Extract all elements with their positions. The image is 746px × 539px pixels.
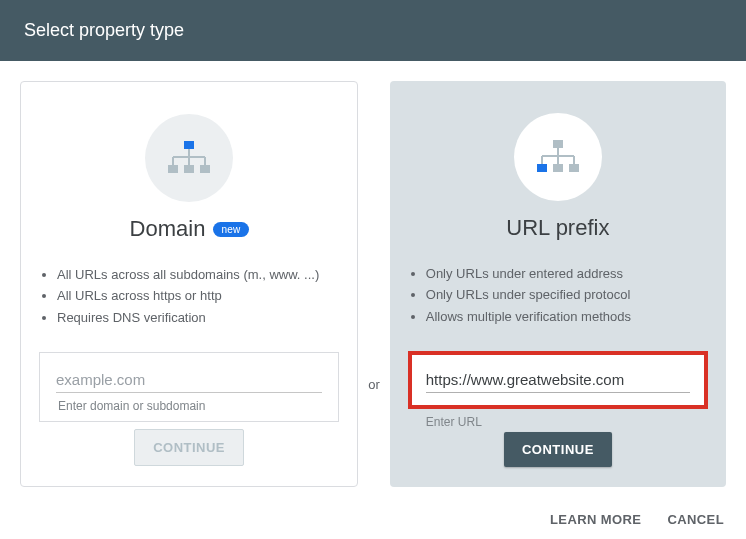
domain-bullet: All URLs across all subdomains (m., www.…	[57, 264, 319, 285]
learn-more-link[interactable]: LEARN MORE	[550, 512, 641, 527]
url-input-wrap: Enter URL	[408, 351, 708, 429]
svg-rect-9	[553, 140, 563, 148]
svg-rect-16	[553, 164, 563, 172]
svg-rect-8	[200, 165, 210, 173]
url-continue-button[interactable]: CONTINUE	[504, 432, 612, 467]
domain-title: Domain	[130, 216, 206, 242]
dialog-footer: LEARN MORE CANCEL	[528, 500, 746, 539]
url-input-box-highlight	[408, 351, 708, 409]
url-title-row: URL prefix	[506, 215, 609, 241]
url-bullet: Allows multiple verification methods	[426, 306, 631, 327]
dialog-title: Select property type	[24, 20, 184, 40]
domain-input[interactable]	[56, 367, 322, 393]
domain-input-box: Enter domain or subdomain	[39, 352, 339, 422]
svg-rect-7	[184, 165, 194, 173]
dialog-header: Select property type	[0, 0, 746, 61]
cancel-button[interactable]: CANCEL	[667, 512, 724, 527]
domain-continue-button[interactable]: CONTINUE	[134, 429, 244, 466]
svg-rect-6	[168, 165, 178, 173]
url-input[interactable]	[426, 367, 690, 393]
domain-icon-circle	[145, 114, 233, 202]
url-bullet: Only URLs under specified protocol	[426, 284, 631, 305]
url-bullets: Only URLs under entered address Only URL…	[408, 263, 631, 327]
domain-bullet: Requires DNS verification	[57, 307, 319, 328]
domain-input-helper: Enter domain or subdomain	[56, 399, 322, 413]
domain-bullet: All URLs across https or http	[57, 285, 319, 306]
domain-bullets: All URLs across all subdomains (m., www.…	[39, 264, 319, 328]
url-icon-circle	[514, 113, 602, 201]
sitemap-icon	[165, 139, 213, 177]
domain-card[interactable]: Domain new All URLs across all subdomain…	[20, 81, 358, 487]
svg-rect-0	[184, 141, 194, 149]
url-title: URL prefix	[506, 215, 609, 241]
url-input-helper: Enter URL	[408, 415, 708, 429]
svg-rect-17	[569, 164, 579, 172]
new-badge: new	[213, 222, 248, 237]
url-prefix-card[interactable]: URL prefix Only URLs under entered addre…	[390, 81, 726, 487]
sitemap-icon	[534, 138, 582, 176]
domain-input-wrap: Enter domain or subdomain	[39, 352, 339, 422]
svg-rect-15	[537, 164, 547, 172]
or-separator: or	[362, 377, 386, 392]
domain-title-row: Domain new	[130, 216, 249, 242]
url-bullet: Only URLs under entered address	[426, 263, 631, 284]
dialog-content: Domain new All URLs across all subdomain…	[0, 61, 746, 487]
